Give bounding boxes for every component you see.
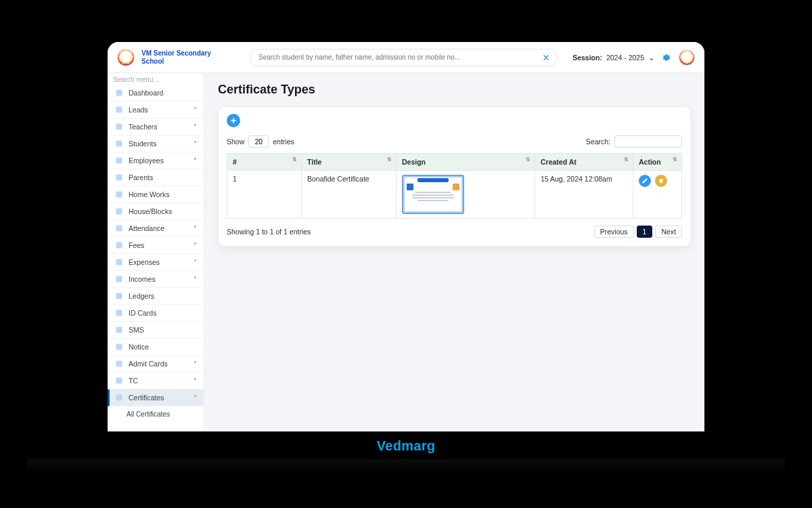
delete-button[interactable]	[655, 175, 667, 187]
cell-created: 15 Aug, 2024 12:08am	[535, 171, 633, 219]
svg-rect-11	[116, 276, 122, 282]
menu-item-icon	[114, 342, 124, 352]
svg-rect-13	[116, 310, 122, 316]
sidebar-item-label: Leads	[129, 106, 189, 114]
sidebar-item-expenses[interactable]: Expenses˅	[108, 254, 204, 271]
sidebar-item-tc[interactable]: TC˅	[108, 373, 204, 389]
sidebar-item-label: SMS	[129, 326, 197, 334]
svg-rect-15	[116, 344, 122, 350]
edit-button[interactable]	[639, 175, 651, 187]
svg-rect-6	[116, 192, 122, 198]
search-label: Search:	[586, 137, 610, 146]
table-toolbar: Show entries Search:	[227, 135, 682, 148]
sidebar-subitem-all-certificates[interactable]: All Certificates	[108, 406, 204, 421]
sidebar-item-ledgers[interactable]: Ledgers	[108, 288, 204, 305]
add-certificate-type-button[interactable]: +	[227, 114, 240, 127]
svg-rect-12	[116, 293, 122, 299]
svg-rect-3	[116, 141, 122, 147]
sidebar-item-label: Certificates	[129, 394, 189, 402]
sidebar-item-dashboard[interactable]: Dashboard	[108, 85, 204, 102]
menu-item-icon	[114, 376, 124, 385]
sidebar-item-id-cards[interactable]: ID Cards	[108, 305, 204, 322]
sidebar-item-certificates[interactable]: Certificates˄	[108, 389, 204, 406]
sort-icon: ⇅	[387, 156, 392, 163]
sidebar-item-label: Notice	[129, 343, 197, 351]
menu-item-icon	[114, 207, 124, 216]
sidebar-item-label: Expenses	[129, 258, 189, 266]
col-title-header[interactable]: Title⇅	[302, 154, 397, 171]
sort-icon: ⇅	[624, 156, 629, 163]
session-switcher[interactable]: Session: 2024 - 2025 ⌄	[572, 54, 654, 62]
sidebar-item-incomes[interactable]: Incomes˅	[108, 271, 204, 288]
col-action-header[interactable]: Action⇅	[633, 154, 682, 171]
table-info: Showing 1 to 1 of 1 entries	[227, 228, 311, 236]
pager-page-1[interactable]: 1	[637, 226, 653, 238]
svg-rect-1	[116, 107, 122, 113]
device-brand-bar: Vedmarg	[95, 431, 717, 460]
sidebar-item-admit-cards[interactable]: Admit Cards˅	[108, 356, 204, 373]
sidebar-item-fees[interactable]: Fees˅	[108, 237, 204, 254]
page-title: Certificate Types	[218, 83, 691, 97]
pager-previous[interactable]: Previous	[594, 226, 634, 238]
sidebar-item-sms[interactable]: SMS	[108, 322, 204, 339]
sidebar-item-house-blocks[interactable]: House/Blocks	[108, 203, 204, 220]
menu-item-icon	[114, 224, 124, 233]
certificate-types-card: + Show entries Search:	[218, 106, 691, 247]
cell-title: Bonafide Certificate	[302, 171, 397, 219]
menu-item-icon	[114, 274, 124, 284]
sort-icon: ⇅	[526, 156, 531, 163]
chevron-down-icon: ˅	[194, 123, 197, 131]
clear-search-button[interactable]	[540, 51, 552, 64]
sidebar-item-employees[interactable]: Employees˅	[108, 152, 204, 169]
sidebar-item-parents[interactable]: Parents	[108, 169, 204, 186]
settings-button[interactable]	[661, 52, 672, 63]
svg-rect-16	[116, 361, 122, 367]
sidebar-menu: DashboardLeads˅Teachers˅Students˅Employe…	[108, 85, 204, 460]
global-search-input[interactable]	[250, 49, 558, 66]
col-design-header[interactable]: Design⇅	[397, 154, 535, 171]
sidebar-item-leads[interactable]: Leads˅	[108, 102, 204, 119]
menu-item-icon	[114, 156, 124, 165]
certificate-thumbnail[interactable]	[402, 175, 464, 214]
edit-icon	[641, 177, 648, 184]
menu-item-icon	[114, 105, 124, 114]
school-name: VM Senior Secondary School	[141, 49, 216, 65]
global-search-wrap	[250, 49, 558, 66]
menu-item-icon	[114, 291, 124, 301]
gear-icon	[661, 52, 672, 63]
sidebar-item-home-works[interactable]: Home Works	[108, 186, 204, 203]
chevron-down-icon: ⌄	[648, 54, 654, 62]
sidebar-item-students[interactable]: Students˅	[108, 135, 204, 152]
table-search-input[interactable]	[614, 135, 682, 148]
sidebar-item-notice[interactable]: Notice	[108, 339, 204, 356]
pager-next[interactable]: Next	[655, 226, 682, 238]
col-idx-header[interactable]: #⇅	[227, 154, 302, 171]
svg-rect-8	[116, 226, 122, 232]
svg-rect-4	[116, 158, 122, 164]
cell-idx: 1	[227, 171, 302, 219]
certificate-types-table: #⇅ Title⇅ Design⇅ Created At⇅ Action⇅ 1	[227, 153, 682, 219]
avatar[interactable]	[679, 49, 695, 66]
brand-logo-text: Vedmarg	[377, 438, 436, 454]
svg-rect-14	[116, 327, 122, 333]
cell-action	[633, 171, 682, 219]
menu-item-icon	[114, 257, 124, 267]
sidebar-item-teachers[interactable]: Teachers˅	[108, 119, 204, 135]
pagination: Previous 1 Next	[594, 226, 682, 238]
sidebar-item-attendance[interactable]: Attendance˅	[108, 220, 204, 237]
sidebar-item-label: Teachers	[129, 123, 189, 131]
sidebar-search-placeholder[interactable]: Search menu...	[108, 73, 204, 85]
svg-rect-9	[116, 242, 122, 249]
svg-rect-7	[116, 209, 122, 215]
col-created-header[interactable]: Created At⇅	[535, 154, 633, 171]
sidebar-item-label: Parents	[129, 173, 197, 182]
svg-rect-18	[116, 395, 122, 401]
entries-input[interactable]	[248, 135, 269, 148]
chevron-up-icon: ˄	[194, 394, 197, 402]
show-label-post: entries	[273, 137, 294, 146]
sidebar-item-label: Fees	[129, 241, 189, 249]
sidebar-item-label: Home Works	[129, 190, 197, 198]
sort-icon: ⇅	[673, 156, 677, 163]
sidebar-item-label: Employees	[129, 156, 189, 165]
plus-icon: +	[231, 115, 236, 126]
